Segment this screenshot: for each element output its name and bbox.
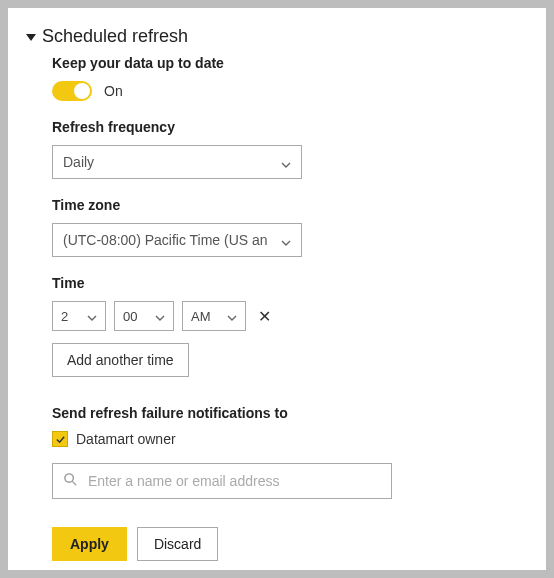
refresh-frequency-label: Refresh frequency — [52, 119, 518, 135]
timezone-value: (UTC-08:00) Pacific Time (US an — [63, 232, 268, 248]
timezone-select[interactable]: (UTC-08:00) Pacific Time (US an — [52, 223, 302, 257]
chevron-down-icon — [281, 235, 291, 245]
time-label: Time — [52, 275, 518, 291]
toggle-state-text: On — [104, 83, 123, 99]
notifications-label: Send refresh failure notifications to — [52, 405, 518, 421]
section-title: Scheduled refresh — [42, 26, 188, 47]
search-icon — [63, 472, 78, 491]
notification-recipient-input[interactable] — [88, 473, 381, 489]
time-hour-select[interactable]: 2 — [52, 301, 106, 331]
apply-button[interactable]: Apply — [52, 527, 127, 561]
notification-recipient-input-wrapper[interactable] — [52, 463, 392, 499]
time-ampm-value: AM — [191, 309, 211, 324]
time-minute-select[interactable]: 00 — [114, 301, 174, 331]
time-ampm-select[interactable]: AM — [182, 301, 246, 331]
caret-down-icon — [26, 34, 36, 41]
svg-point-0 — [65, 473, 73, 481]
chevron-down-icon — [281, 157, 291, 167]
scheduled-refresh-panel: Scheduled refresh Keep your data up to d… — [6, 6, 548, 572]
chevron-down-icon — [155, 311, 165, 321]
remove-time-icon[interactable]: ✕ — [254, 307, 275, 326]
keep-up-to-date-label: Keep your data up to date — [52, 55, 518, 71]
time-hour-value: 2 — [61, 309, 68, 324]
refresh-frequency-value: Daily — [63, 154, 94, 170]
toggle-knob — [74, 83, 90, 99]
keep-up-to-date-toggle[interactable] — [52, 81, 92, 101]
timezone-label: Time zone — [52, 197, 518, 213]
svg-line-1 — [72, 481, 76, 485]
datamart-owner-label: Datamart owner — [76, 431, 176, 447]
chevron-down-icon — [227, 311, 237, 321]
discard-button[interactable]: Discard — [137, 527, 218, 561]
section-header[interactable]: Scheduled refresh — [26, 26, 518, 47]
add-another-time-button[interactable]: Add another time — [52, 343, 189, 377]
refresh-frequency-select[interactable]: Daily — [52, 145, 302, 179]
time-minute-value: 00 — [123, 309, 137, 324]
datamart-owner-checkbox[interactable] — [52, 431, 68, 447]
chevron-down-icon — [87, 311, 97, 321]
